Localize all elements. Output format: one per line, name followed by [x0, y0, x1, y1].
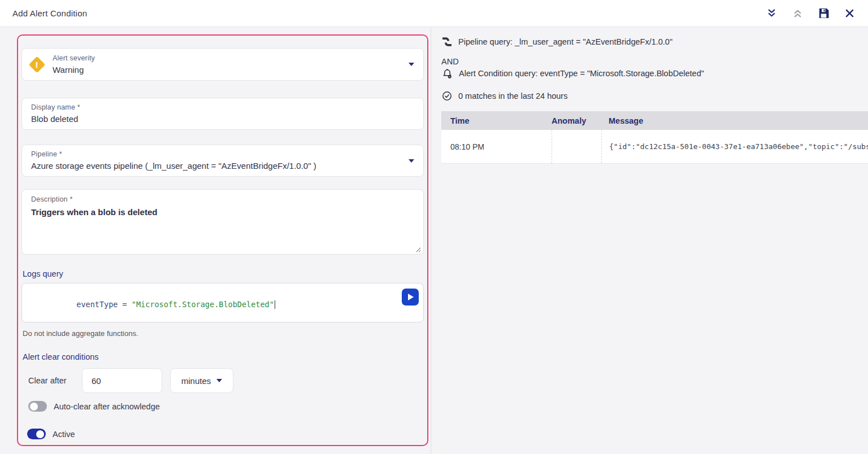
match-summary-text: 0 matches in the last 24 hours [458, 91, 567, 101]
cell-message: {"id":"dc12c15a-501e-0043-37e1-ea713a06e… [601, 130, 868, 163]
description-value: Triggers when a blob is deleted [31, 207, 414, 217]
expand-all-icon[interactable] [791, 7, 804, 20]
condition-query-text: Alert Condition query: eventType = "Micr… [459, 69, 704, 78]
condition-query-line: Alert Condition query: eventType = "Micr… [441, 67, 868, 80]
autoclear-toggle[interactable] [28, 401, 47, 412]
severity-label: Alert severity [53, 54, 95, 62]
warning-diamond-icon: ! [29, 56, 46, 73]
form-pane: ! Alert severity Warning Display name * … [0, 28, 431, 454]
dialog-body: ! Alert severity Warning Display name * … [0, 28, 868, 454]
matches-table: Time Anomaly Message 08:10 PM {"id":"dc1… [441, 111, 868, 164]
column-header-message[interactable]: Message [601, 116, 868, 125]
dialog-header: Add Alert Condition [0, 0, 868, 27]
text-cursor [275, 300, 275, 309]
pipeline-icon [441, 36, 453, 47]
description-textarea[interactable]: Description * Triggers when a blob is de… [21, 189, 424, 255]
clear-after-label: Clear after [28, 376, 82, 385]
display-name-field[interactable]: Display name * Blob deleted [21, 98, 424, 130]
cell-time: 08:10 PM [441, 130, 552, 163]
autoclear-toggle-row: Auto-clear after acknowledge [28, 401, 424, 412]
alert-condition-form: ! Alert severity Warning Display name * … [17, 34, 428, 446]
alert-clear-conditions-title: Alert clear conditions [23, 352, 424, 361]
match-summary-line: 0 matches in the last 24 hours [441, 90, 868, 102]
play-icon [408, 294, 414, 300]
query-operator-token: = [118, 300, 131, 309]
unit-value: minutes [181, 376, 211, 386]
header-actions [765, 7, 856, 20]
severity-value: Warning [53, 65, 95, 75]
save-icon[interactable] [817, 7, 830, 20]
table-header: Time Anomaly Message [441, 111, 868, 130]
clear-after-unit-select[interactable]: minutes [170, 368, 233, 393]
resize-handle-icon[interactable] [415, 246, 421, 252]
active-toggle-row: Active [27, 429, 424, 439]
query-string-token: "Microsoft.Storage.BlobDeleted" [132, 300, 274, 309]
clear-after-input[interactable] [82, 368, 162, 393]
pipeline-query-line: Pipeline query: _lm_user_agent = "AzEven… [441, 36, 868, 48]
column-header-time[interactable]: Time [441, 116, 552, 125]
column-header-anomaly[interactable]: Anomaly [552, 116, 601, 125]
cell-anomaly [552, 130, 601, 163]
query-hint: Do not include aggregate functions. [23, 329, 424, 338]
close-icon[interactable] [843, 7, 856, 20]
page-title: Add Alert Condition [12, 8, 87, 18]
preview-pane: Pipeline query: _lm_user_agent = "AzEven… [431, 28, 868, 454]
description-label: Description * [31, 195, 414, 203]
logs-query-label: Logs query [23, 269, 424, 278]
logs-query-editor[interactable]: eventType = "Microsoft.Storage.BlobDelet… [21, 283, 424, 322]
alert-severity-select[interactable]: ! Alert severity Warning [21, 48, 424, 81]
pipeline-label: Pipeline * [31, 150, 414, 158]
boolean-operator: AND [441, 57, 868, 66]
table-row[interactable]: 08:10 PM {"id":"dc12c15a-501e-0043-37e1-… [441, 130, 868, 164]
display-name-value: Blob deleted [31, 114, 414, 124]
check-circle-icon [441, 90, 453, 102]
chevron-down-icon [409, 63, 414, 66]
pipeline-value: Azure storage events pipeline (_lm_user_… [31, 161, 414, 171]
clear-after-row: Clear after minutes [21, 368, 424, 393]
chevron-down-icon [216, 379, 222, 382]
query-field-token: eventType [76, 300, 118, 309]
run-query-button[interactable] [402, 289, 419, 305]
active-toggle[interactable] [27, 429, 46, 439]
display-name-label: Display name * [31, 103, 414, 111]
pipeline-select[interactable]: Pipeline * Azure storage events pipeline… [21, 145, 424, 177]
active-label: Active [53, 430, 75, 439]
alert-bell-gear-icon [441, 68, 453, 80]
pipeline-query-text: Pipeline query: _lm_user_agent = "AzEven… [458, 37, 672, 46]
autoclear-label: Auto-clear after acknowledge [54, 402, 160, 411]
collapse-all-icon[interactable] [765, 7, 778, 20]
chevron-down-icon [409, 159, 414, 163]
